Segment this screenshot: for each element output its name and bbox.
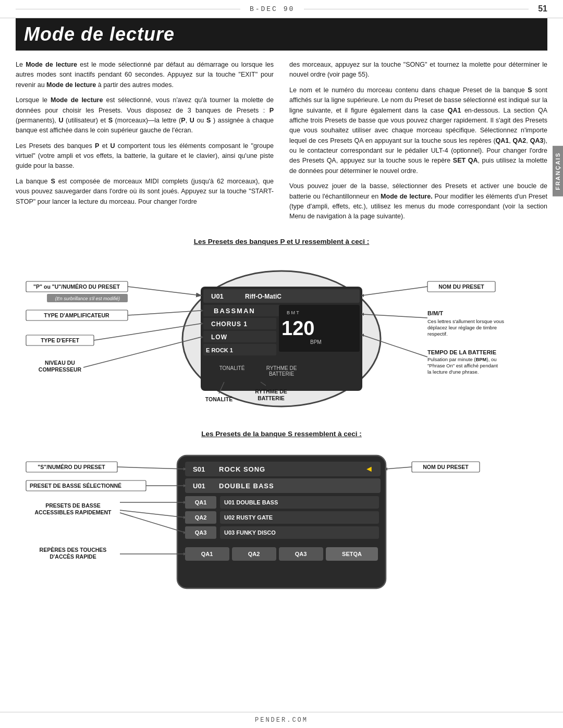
sidebar-label: FRANÇAIS bbox=[553, 146, 563, 196]
page: B-DEC 90 51 FRANÇAIS Mode de lecture Le … bbox=[0, 0, 563, 728]
svg-text:TYPE D'AMPLIFICATEUR: TYPE D'AMPLIFICATEUR bbox=[44, 312, 109, 318]
svg-text:CHORUS 1: CHORUS 1 bbox=[211, 320, 248, 328]
svg-text:déplacez leur réglage de timbr: déplacez leur réglage de timbre bbox=[427, 325, 497, 330]
svg-text:QA2: QA2 bbox=[195, 514, 207, 521]
svg-text:NOM DU PRESET: NOM DU PRESET bbox=[423, 464, 469, 470]
page-number: 51 bbox=[529, 4, 547, 14]
svg-line-108 bbox=[386, 467, 412, 469]
svg-text:TEMPO DE LA BATTERIE: TEMPO DE LA BATTERIE bbox=[427, 349, 496, 355]
svg-text:Riff-O-MatiC: Riff-O-MatiC bbox=[245, 293, 282, 300]
svg-text:B/M/T: B/M/T bbox=[427, 310, 443, 316]
svg-line-44 bbox=[362, 287, 427, 295]
page-title-block: Mode de lecture bbox=[16, 18, 547, 51]
svg-text:B M T: B M T bbox=[287, 310, 299, 315]
svg-text:ROCK SONG: ROCK SONG bbox=[219, 465, 265, 473]
svg-text:QA2: QA2 bbox=[248, 551, 260, 557]
svg-text:◄: ◄ bbox=[365, 464, 373, 473]
svg-text:REPÈRES DES TOUCHES: REPÈRES DES TOUCHES bbox=[40, 547, 107, 553]
svg-text:la lecture d'une phrase.: la lecture d'une phrase. bbox=[427, 369, 479, 375]
para-3: Les Presets des banques P et U comporten… bbox=[16, 141, 274, 171]
svg-text:COMPRESSEUR: COMPRESSEUR bbox=[39, 366, 82, 373]
svg-text:RYTHME DE: RYTHME DE bbox=[255, 388, 287, 394]
svg-text:U01: U01 bbox=[211, 292, 224, 300]
svg-text:PRESET DE BASSE SÉLECTIONNÉ: PRESET DE BASSE SÉLECTIONNÉ bbox=[30, 483, 121, 489]
para-6: Le nom et le numéro du morceau contenu d… bbox=[289, 85, 547, 176]
footer: PENDER.COM bbox=[0, 712, 563, 728]
body-text: Le Mode de lecture est le mode sélection… bbox=[16, 60, 547, 227]
para-4: La banque S est composée de morceaux MID… bbox=[16, 177, 274, 207]
diagram-2-title: Les Presets de la banque S ressemblent à… bbox=[16, 430, 547, 438]
svg-rect-59 bbox=[185, 462, 381, 476]
svg-text:Ces lettres s'allument lorsque: Ces lettres s'allument lorsque vous bbox=[427, 318, 504, 324]
svg-text:"S"/NUMÉRO DU PRESET: "S"/NUMÉRO DU PRESET bbox=[38, 464, 105, 470]
diagram-1-section: Les Presets des banques P et U ressemble… bbox=[16, 238, 547, 419]
para-7: Vous pouvez jouer de la basse, sélection… bbox=[289, 181, 547, 222]
svg-text:ACCESSIBLES RAPIDEMENT: ACCESSIBLES RAPIDEMENT bbox=[34, 509, 112, 515]
diagram-1-svg: U01 Riff-O-MatiC BASSMAN CHORUS 1 B M T … bbox=[16, 253, 547, 419]
diagram-2-svg: S01 ROCK SONG ◄ U01 DOUBLE BASS QA1 U01 … bbox=[16, 445, 547, 622]
svg-text:BASSMAN: BASSMAN bbox=[214, 307, 255, 315]
svg-text:LOW: LOW bbox=[211, 334, 227, 341]
svg-text:DOUBLE BASS: DOUBLE BASS bbox=[219, 482, 274, 490]
svg-line-35 bbox=[83, 337, 201, 367]
text-col-left: Le Mode de lecture est le mode sélection… bbox=[16, 60, 274, 227]
svg-text:TONALITÉ: TONALITÉ bbox=[205, 396, 232, 402]
svg-text:U01 DOUBLE BASS: U01 DOUBLE BASS bbox=[224, 499, 278, 505]
svg-text:D'ACCÈS RAPIDE: D'ACCÈS RAPIDE bbox=[50, 553, 96, 560]
svg-text:QA3: QA3 bbox=[295, 551, 307, 557]
text-col-right: des morceaux, appuyez sur la touche "SON… bbox=[289, 60, 547, 227]
svg-rect-63 bbox=[185, 478, 381, 493]
top-bar-center: B-DEC 90 bbox=[240, 5, 304, 13]
para-2: Lorsque le Mode de lecture est sélection… bbox=[16, 95, 274, 136]
svg-text:"Phrase On" est affiché pendan: "Phrase On" est affiché pendant bbox=[427, 363, 498, 368]
svg-text:TONALITÉ: TONALITÉ bbox=[219, 365, 245, 371]
svg-text:NIVEAU DU: NIVEAU DU bbox=[45, 360, 75, 366]
content-area: Mode de lecture Le Mode de lecture est l… bbox=[0, 18, 563, 648]
svg-text:U02 RUSTY GATE: U02 RUSTY GATE bbox=[224, 514, 273, 521]
svg-text:QA1: QA1 bbox=[195, 499, 207, 505]
svg-text:QA1: QA1 bbox=[201, 551, 213, 557]
svg-text:U03 FUNKY DISCO: U03 FUNKY DISCO bbox=[224, 529, 276, 536]
svg-text:RYTHME DE: RYTHME DE bbox=[266, 365, 297, 371]
svg-text:respectif.: respectif. bbox=[427, 331, 448, 337]
svg-text:(En surbrillance s'il est modi: (En surbrillance s'il est modifié) bbox=[55, 296, 120, 301]
svg-text:SETQA: SETQA bbox=[342, 551, 362, 557]
svg-text:"P" ou "U"/NUMÉRO DU PRESET: "P" ou "U"/NUMÉRO DU PRESET bbox=[33, 283, 120, 290]
svg-text:U01: U01 bbox=[193, 482, 205, 490]
svg-line-98 bbox=[120, 510, 185, 517]
svg-rect-2 bbox=[203, 289, 360, 303]
diagram-2-container: S01 ROCK SONG ◄ U01 DOUBLE BASS QA1 U01 … bbox=[16, 445, 547, 622]
svg-text:BATTERIE: BATTERIE bbox=[269, 371, 294, 377]
svg-text:NOM DU PRESET: NOM DU PRESET bbox=[438, 283, 484, 290]
svg-line-88 bbox=[117, 467, 185, 469]
svg-text:BPM: BPM bbox=[310, 339, 322, 345]
svg-text:BATTERIE: BATTERIE bbox=[258, 395, 285, 401]
svg-text:Pulsation par minute (BPM), ou: Pulsation par minute (BPM), ou bbox=[427, 356, 497, 362]
para-5: des morceaux, appuyez sur la touche "SON… bbox=[289, 60, 547, 80]
diagram-2-section: Les Presets de la banque S ressemblent à… bbox=[16, 430, 547, 622]
diagram-1-container: U01 Riff-O-MatiC BASSMAN CHORUS 1 B M T … bbox=[16, 253, 547, 419]
svg-line-100 bbox=[120, 513, 185, 533]
svg-line-24 bbox=[128, 287, 201, 295]
svg-text:E  ROCK 1: E ROCK 1 bbox=[206, 347, 233, 353]
para-1: Le Mode de lecture est le mode sélection… bbox=[16, 60, 274, 90]
svg-text:PRESETS DE BASSE: PRESETS DE BASSE bbox=[45, 502, 101, 509]
page-title: Mode de lecture bbox=[24, 23, 539, 45]
svg-text:120: 120 bbox=[282, 317, 314, 339]
footer-text: PENDER.COM bbox=[255, 717, 308, 724]
top-bar: B-DEC 90 51 bbox=[0, 0, 563, 18]
svg-text:TYPE D'EFFET: TYPE D'EFFET bbox=[41, 337, 79, 343]
svg-text:S01: S01 bbox=[193, 465, 205, 473]
svg-text:QA3: QA3 bbox=[195, 529, 207, 536]
diagram-1-title: Les Presets des banques P et U ressemble… bbox=[16, 238, 547, 245]
